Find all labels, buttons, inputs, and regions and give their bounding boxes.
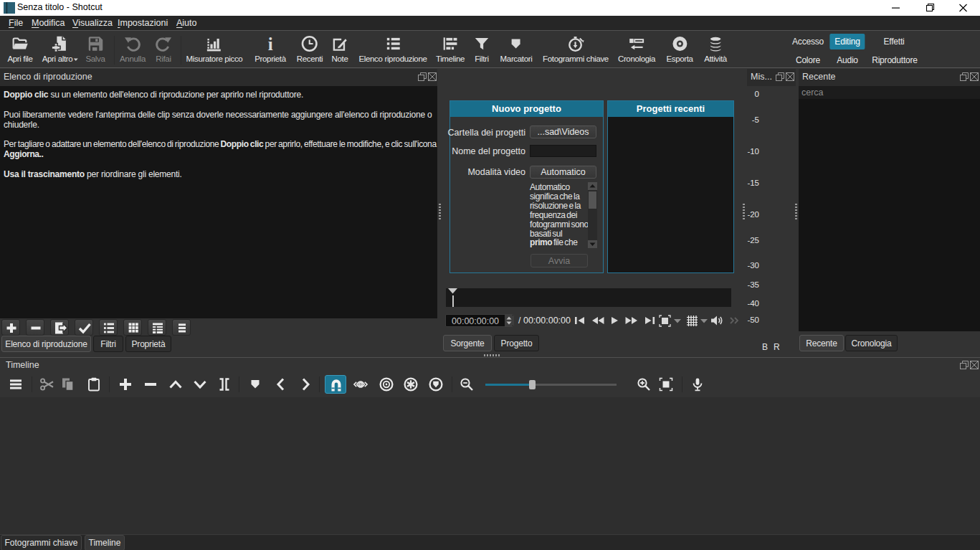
svg-text:i: i: [268, 34, 273, 53]
